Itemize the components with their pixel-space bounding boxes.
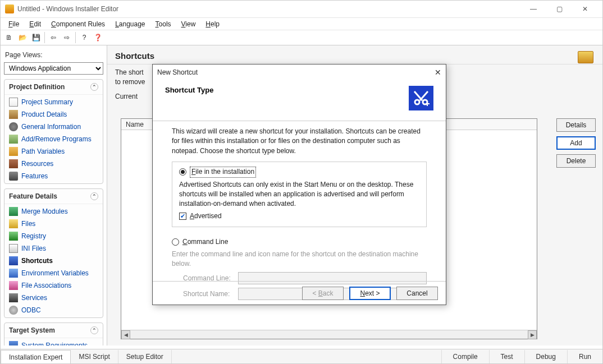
box-icon [9, 110, 18, 119]
app-icon [5, 4, 14, 13]
sidebar-item-merge-modules[interactable]: Merge Modules [4, 205, 103, 218]
sidebar-item-label: Registry [21, 232, 46, 240]
menu-language[interactable]: Language [111, 19, 149, 29]
sidebar-group-header[interactable]: Feature Details⌃ [4, 189, 103, 204]
delete-button[interactable]: Delete [556, 154, 596, 168]
new-shortcut-dialog: New Shortcut ✕ Shortcut Type This wizard… [152, 64, 446, 305]
sidebar-item-label: Resources [21, 160, 53, 168]
chevron-up-icon[interactable]: ⌃ [90, 83, 98, 91]
menu-help[interactable]: Help [201, 19, 224, 29]
open-icon[interactable]: 📂 [16, 31, 29, 44]
maximize-button[interactable]: ▢ [546, 1, 572, 17]
toolbar-separator [44, 32, 45, 43]
dialog-close-icon[interactable]: ✕ [435, 68, 441, 77]
menu-view[interactable]: View [177, 19, 200, 29]
context-help-icon[interactable]: ❓ [92, 31, 104, 44]
sidebar-item-resources[interactable]: Resources [4, 158, 103, 170]
sidebar-group: Feature Details⌃Merge ModulesFilesRegist… [4, 188, 103, 318]
sidebar: Page Views: Windows Application Project … [1, 45, 107, 345]
titlebar: Untitled - Windows Installer Editor — ▢ … [1, 1, 602, 17]
sidebar-item-system-requirements[interactable]: System Requirements [4, 339, 103, 345]
dialog-titlebar: New Shortcut ✕ [153, 64, 446, 80]
sidebar-item-files[interactable]: Files [4, 218, 103, 230]
save-icon[interactable]: 💾 [30, 31, 42, 44]
sidebar-item-general-information[interactable]: General Information [4, 121, 103, 133]
radio-file-in-installation-label[interactable]: File in the installation [190, 167, 256, 177]
tab-setup-editor[interactable]: Setup Editor [118, 350, 172, 363]
dialog-title: New Shortcut [157, 68, 198, 76]
sidebar-group-header[interactable]: Target System⌃ [4, 323, 103, 338]
sidebar-item-label: Features [21, 172, 48, 180]
back-button: < Back [302, 287, 344, 300]
tab-msi-script[interactable]: MSI Script [71, 350, 118, 363]
details-button[interactable]: Details [556, 118, 596, 132]
page-header: Shortcuts [107, 45, 602, 64]
add-button[interactable]: Add [556, 136, 596, 150]
action-debug[interactable]: Debug [524, 350, 567, 363]
sidebar-item-product-details[interactable]: Product Details [4, 108, 103, 121]
forward-icon[interactable]: ⇨ [61, 31, 73, 44]
sidebar-item-file-associations[interactable]: File Associations [4, 279, 103, 292]
menubar: File Edit Component Rules Language Tools… [1, 17, 602, 30]
toolbar: 🗎 📂 💾 ⇦ ⇨ ? ❓ [1, 30, 602, 45]
files-icon [9, 219, 18, 228]
sidebar-item-project-summary[interactable]: Project Summary [4, 96, 103, 108]
prog-icon [9, 135, 18, 144]
action-compile[interactable]: Compile [441, 350, 489, 363]
dialog-heading: Shortcut Type [165, 86, 213, 94]
scroll-left-icon[interactable]: ◀ [121, 330, 130, 339]
cancel-button[interactable]: Cancel [396, 287, 438, 300]
menu-component-rules[interactable]: Component Rules [47, 19, 109, 29]
chevron-up-icon[interactable]: ⌃ [90, 326, 98, 334]
path-icon [9, 147, 18, 156]
svg-point-0 [415, 100, 419, 104]
sidebar-item-features[interactable]: Features [4, 170, 103, 182]
back-icon[interactable]: ⇦ [47, 31, 60, 44]
chevron-up-icon[interactable]: ⌃ [90, 192, 98, 200]
sidebar-item-label: Add/Remove Programs [21, 135, 92, 143]
radio-file-in-installation[interactable] [179, 168, 186, 176]
svg-rect-3 [427, 102, 428, 106]
merge-icon [9, 207, 18, 216]
tab-installation-expert[interactable]: Installation Expert [1, 350, 71, 365]
sidebar-item-environment-variables[interactable]: Environment Variables [4, 267, 103, 279]
sidebar-group-header[interactable]: Project Definition⌃ [4, 80, 103, 95]
minimize-button[interactable]: — [520, 1, 546, 17]
res-icon [9, 159, 18, 168]
sidebar-item-label: File Associations [21, 282, 71, 289]
sidebar-group: Project Definition⌃Project SummaryProduc… [4, 79, 103, 184]
sidebar-item-services[interactable]: Services [4, 292, 103, 304]
action-run[interactable]: Run [567, 350, 602, 363]
option1-description: Advertised Shortcuts can only exist in t… [179, 180, 419, 209]
sidebar-item-odbc[interactable]: ODBC [4, 304, 103, 316]
sidebar-item-label: Shortcuts [21, 257, 53, 265]
sidebar-item-add-remove-programs[interactable]: Add/Remove Programs [4, 133, 103, 145]
page-views-label: Page Views: [4, 49, 103, 61]
ini-icon [9, 244, 18, 253]
menu-edit[interactable]: Edit [25, 19, 45, 29]
menu-tools[interactable]: Tools [151, 19, 176, 29]
sidebar-item-label: General Information [21, 123, 81, 131]
radio-command-line[interactable] [172, 238, 179, 246]
checkbox-advertised[interactable]: ✔ [179, 213, 186, 220]
help-icon[interactable]: ? [78, 31, 90, 44]
doc-icon [9, 98, 18, 107]
sidebar-item-shortcuts[interactable]: Shortcuts [4, 255, 103, 267]
scroll-right-icon[interactable]: ▶ [528, 330, 537, 339]
menu-file[interactable]: File [4, 19, 24, 29]
radio-command-line-label[interactable]: Command Line [182, 237, 228, 247]
action-test[interactable]: Test [489, 350, 524, 363]
next-button[interactable]: Next > [349, 287, 391, 300]
page-views-select[interactable]: Windows Application [4, 62, 103, 75]
horizontal-scrollbar[interactable]: ◀ ▶ [121, 330, 537, 339]
sidebar-item-ini-files[interactable]: INI Files [4, 242, 103, 255]
new-icon[interactable]: 🗎 [3, 31, 15, 44]
sidebar-item-path-variables[interactable]: Path Variables [4, 145, 103, 158]
short-icon [9, 256, 18, 265]
gear-icon [9, 122, 18, 131]
toolbar-separator [75, 32, 76, 43]
checkbox-advertised-label[interactable]: Advertised [190, 211, 222, 221]
odbc-icon [9, 306, 18, 315]
sidebar-item-registry[interactable]: Registry [4, 230, 103, 242]
close-window-button[interactable]: ✕ [572, 1, 598, 17]
